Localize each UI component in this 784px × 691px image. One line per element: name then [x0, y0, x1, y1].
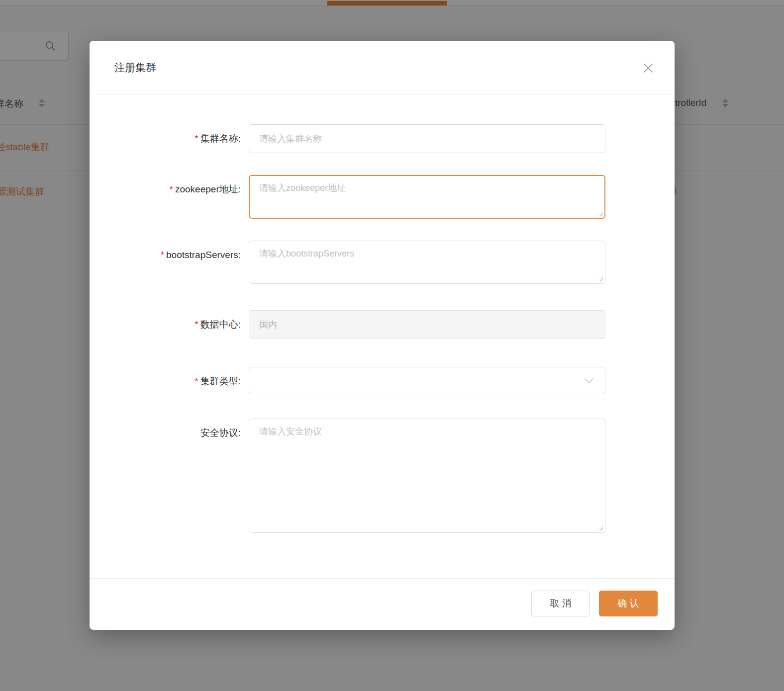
- required-asterisk: *: [195, 133, 198, 144]
- form-row-bootstrap-servers: *bootstrapServers:: [90, 241, 675, 284]
- bootstrap-servers-label-text: bootstrapServers:: [166, 250, 241, 260]
- cluster-name-label: *集群名称:: [90, 124, 249, 153]
- required-asterisk: *: [195, 319, 198, 330]
- cluster-name-control: [249, 124, 605, 153]
- security-protocol-label: 安全协议:: [90, 419, 249, 447]
- required-asterisk: *: [161, 250, 164, 260]
- cluster-type-control: [249, 367, 605, 394]
- zookeeper-address-control: [249, 175, 605, 219]
- cancel-button[interactable]: 取 消: [531, 591, 590, 616]
- cluster-type-select[interactable]: [249, 367, 605, 394]
- chevron-down-icon: [584, 378, 594, 384]
- bootstrap-servers-textarea[interactable]: [249, 241, 605, 284]
- zookeeper-address-label: *zookeeper地址:: [90, 175, 249, 204]
- dialog-footer: 取 消 确 认: [90, 578, 675, 630]
- zookeeper-address-label-text: zookeeper地址:: [175, 184, 241, 194]
- register-cluster-dialog: 注册集群 *集群名称: *zookeeper地址:: [90, 41, 675, 630]
- dialog-title: 注册集群: [114, 61, 156, 75]
- zookeeper-address-textarea[interactable]: [249, 175, 605, 219]
- dialog-body: *集群名称: *zookeeper地址: *bootstrapServers:: [90, 94, 675, 578]
- required-asterisk: *: [170, 184, 173, 194]
- confirm-button[interactable]: 确 认: [599, 591, 658, 616]
- form-row-cluster-name: *集群名称:: [90, 124, 675, 153]
- security-protocol-label-text: 安全协议:: [200, 428, 241, 438]
- form-row-zookeeper-address: *zookeeper地址:: [90, 175, 675, 219]
- security-protocol-textarea[interactable]: [249, 419, 605, 533]
- cluster-type-label: *集群类型:: [90, 367, 249, 396]
- cluster-name-input[interactable]: [249, 124, 605, 153]
- close-icon: [643, 63, 654, 74]
- data-center-input: [249, 310, 605, 339]
- dialog-header: 注册集群: [90, 41, 675, 94]
- form-row-security-protocol: 安全协议:: [90, 419, 675, 533]
- security-protocol-control: [249, 419, 605, 533]
- form-row-cluster-type: *集群类型:: [90, 367, 675, 396]
- form-row-data-center: *数据中心:: [90, 310, 675, 339]
- bootstrap-servers-control: [249, 241, 605, 284]
- bootstrap-servers-label: *bootstrapServers:: [90, 241, 249, 269]
- data-center-label-text: 数据中心:: [200, 319, 241, 330]
- close-button[interactable]: [642, 62, 655, 75]
- required-asterisk: *: [195, 376, 198, 386]
- cluster-name-label-text: 集群名称:: [200, 133, 241, 144]
- data-center-label: *数据中心:: [90, 310, 249, 339]
- data-center-control: [249, 310, 605, 339]
- cluster-type-label-text: 集群类型:: [200, 376, 241, 386]
